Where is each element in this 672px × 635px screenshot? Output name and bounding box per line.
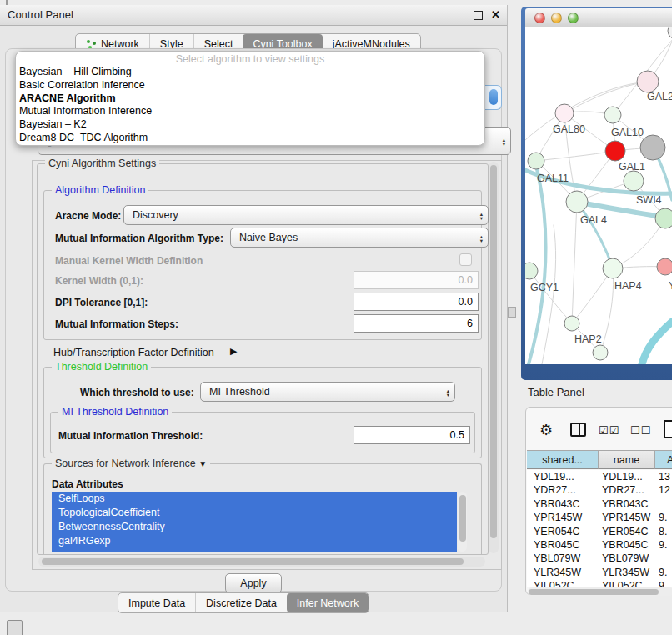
deselect-all-checkboxes-icon[interactable]: ☐☐ xyxy=(630,424,651,437)
table-cell[interactable]: 9. xyxy=(655,511,672,524)
network-canvas[interactable]: GAL2GAL80GAL10GAL1GAL11SWI4GAL4GCY1HAP4Y… xyxy=(525,27,672,364)
table-cell[interactable]: YBL079W xyxy=(599,552,655,565)
settings-horizontal-scrollbar[interactable] xyxy=(38,557,485,567)
table-cell[interactable]: YER054C xyxy=(527,525,599,538)
algorithm-option[interactable]: Basic Correlation Inference xyxy=(16,79,484,92)
table-horizontal-scrollbar[interactable] xyxy=(528,588,672,596)
table-cell[interactable]: YER054C xyxy=(599,525,655,538)
network-node[interactable] xyxy=(668,27,672,39)
table-row[interactable]: YDR27...YDR27...12 xyxy=(527,483,672,497)
network-node-gcy1[interactable] xyxy=(525,262,538,279)
network-node-gal11[interactable] xyxy=(528,152,544,169)
mi-threshold-field[interactable] xyxy=(354,426,470,444)
collapse-arrow-icon[interactable]: ▼ xyxy=(198,459,207,468)
select-all-checkboxes-icon[interactable]: ☑☑ xyxy=(599,424,619,437)
column-header-name[interactable]: name xyxy=(599,450,655,469)
table-cell[interactable]: YIL052C xyxy=(599,579,655,587)
network-node-gal1[interactable] xyxy=(605,141,625,161)
float-window-icon[interactable] xyxy=(474,11,483,20)
algorithm-combobox-fragment[interactable] xyxy=(484,85,502,110)
table-row[interactable]: YPR145WYPR145W9. xyxy=(527,511,672,524)
table-cell[interactable]: YLR345W xyxy=(527,566,599,579)
apply-button[interactable]: Apply xyxy=(225,573,282,593)
network-node-gal2[interactable] xyxy=(637,71,659,92)
network-node-y[interactable] xyxy=(657,258,672,275)
network-node-hap4[interactable] xyxy=(603,258,623,278)
kernel-width-field[interactable] xyxy=(354,271,479,289)
mi-steps-field[interactable] xyxy=(354,314,479,332)
table-cell[interactable]: YDR27... xyxy=(527,483,599,497)
table-cell[interactable]: YBR043C xyxy=(599,498,655,511)
table-cell[interactable]: YBR045C xyxy=(599,538,655,552)
table-cell[interactable] xyxy=(655,498,672,511)
table-cell[interactable]: YIL052C xyxy=(527,579,599,587)
algorithm-option[interactable]: Dream8 DC_TDC Algorithm xyxy=(16,132,484,145)
network-node-gal4[interactable] xyxy=(566,191,588,212)
network-node[interactable] xyxy=(640,135,665,160)
tab-impute-data[interactable]: Impute Data xyxy=(118,593,195,612)
table-row[interactable]: YER054CYER054C8. xyxy=(527,525,672,538)
table-cell[interactable]: YDR27... xyxy=(599,483,655,497)
table-cell[interactable]: YDL19... xyxy=(599,470,655,483)
which-threshold-combobox[interactable]: MI Threshold ▴▾ xyxy=(200,382,455,402)
algorithm-option[interactable]: Bayesian – Hill Climbing xyxy=(16,66,484,79)
data-attribute-item[interactable]: BetweennessCentrality xyxy=(52,520,457,534)
table-cell[interactable] xyxy=(655,552,672,565)
table-row[interactable]: YBL079WYBL079W xyxy=(527,552,672,565)
table-row[interactable]: YLR345WYLR345W9. xyxy=(527,566,672,579)
data-attribute-item[interactable]: SelfLoops xyxy=(52,492,457,506)
table-cell[interactable]: YBR045C xyxy=(527,538,599,552)
split-panel-icon[interactable] xyxy=(570,422,586,437)
table-row[interactable]: YIL052CYIL052C9. xyxy=(527,579,672,587)
network-node-hap2[interactable] xyxy=(564,316,579,331)
table-cell[interactable]: YBL079W xyxy=(527,552,599,565)
manual-kernel-width-checkbox[interactable] xyxy=(459,253,472,266)
algorithm-option[interactable]: ARACNE Algorithm xyxy=(16,92,484,106)
table-cell[interactable]: 9. xyxy=(655,566,672,579)
table-cell[interactable]: 12 xyxy=(655,483,672,497)
splitpane-handle[interactable] xyxy=(508,307,516,318)
table-cell[interactable]: YDL19... xyxy=(527,470,599,483)
table-cell[interactable]: YLR345W xyxy=(599,566,655,579)
network-window-titlebar[interactable] xyxy=(525,8,672,28)
algorithm-option[interactable]: Bayesian – K2 xyxy=(16,118,484,132)
table-row[interactable]: YDL19...YDL19...13 xyxy=(527,470,672,483)
network-graph[interactable]: GAL2GAL80GAL10GAL1GAL11SWI4GAL4GCY1HAP4Y… xyxy=(525,27,672,364)
network-node-gal10[interactable] xyxy=(604,107,621,123)
network-node[interactable] xyxy=(593,345,608,360)
table-row[interactable]: YBR045CYBR045C9. xyxy=(527,538,672,552)
expand-arrow-icon[interactable]: ▶ xyxy=(230,346,237,357)
mac-minimize-icon[interactable] xyxy=(551,12,562,23)
close-panel-icon[interactable]: ✕ xyxy=(491,8,500,21)
mac-zoom-icon[interactable] xyxy=(568,12,579,23)
settings-gear-icon[interactable]: ⚙ xyxy=(539,421,553,439)
tab-discretize-data[interactable]: Discretize Data xyxy=(195,593,287,612)
network-node-gal80[interactable] xyxy=(555,104,574,122)
new-table-icon[interactable] xyxy=(664,420,672,438)
mi-algorithm-type-combobox[interactable]: Naive Bayes ▴▾ xyxy=(230,228,489,248)
network-node[interactable] xyxy=(655,208,672,228)
network-view-window[interactable]: GAL2GAL80GAL10GAL1GAL11SWI4GAL4GCY1HAP4Y… xyxy=(521,7,672,380)
attributes-scrollbar[interactable] xyxy=(458,492,467,552)
table-cell[interactable]: 13 xyxy=(655,470,672,483)
dpi-tolerance-field[interactable] xyxy=(354,292,479,311)
data-attribute-item[interactable]: TopologicalCoefficient xyxy=(52,506,457,520)
column-header-shared-name[interactable]: shared... xyxy=(527,450,599,469)
column-header-next[interactable]: A xyxy=(655,450,672,469)
mac-close-icon[interactable] xyxy=(534,12,545,23)
algorithm-option[interactable]: Mutual Information Inference xyxy=(16,105,484,118)
network-node-swi4[interactable] xyxy=(624,171,644,191)
table-cell[interactable]: YPR145W xyxy=(527,511,599,524)
aracne-mode-combobox[interactable]: Discovery ▴▾ xyxy=(123,205,489,225)
tab-infer-network[interactable]: Infer Network xyxy=(287,593,369,612)
table-row[interactable]: YBR043CYBR043C xyxy=(527,498,672,511)
settings-vertical-scrollbar[interactable] xyxy=(489,162,499,553)
hub-definition-label[interactable]: Hub/Transcription Factor Definition xyxy=(53,347,214,358)
table-cell[interactable]: 9. xyxy=(655,579,672,587)
table-cell[interactable]: 8. xyxy=(655,525,672,538)
minimized-panel-icon[interactable] xyxy=(7,620,23,635)
table-cell[interactable]: YBR043C xyxy=(527,498,599,511)
data-attribute-item[interactable]: gal4RGexp xyxy=(52,534,457,548)
table-cell[interactable]: 9. xyxy=(655,538,672,552)
table-cell[interactable]: YPR145W xyxy=(599,511,655,524)
